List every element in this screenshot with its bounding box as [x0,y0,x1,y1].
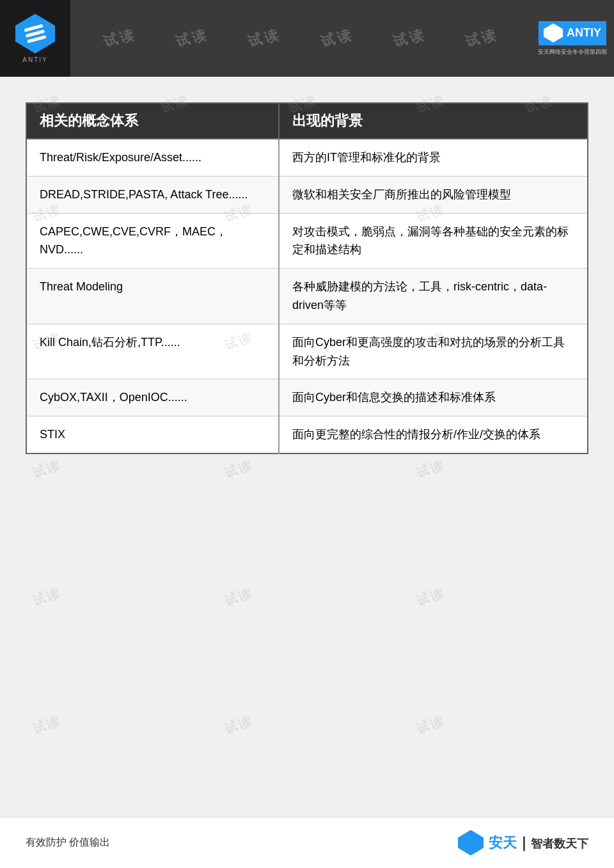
row2-col1: DREAD,STRIDE,PASTA, Attack Tree...... [26,176,279,213]
logo-diamond-icon [15,14,55,54]
row4-col2: 各种威胁建模的方法论，工具，risk-centric，data-driven等等 [279,269,588,324]
brand-diamond-icon [544,24,563,43]
concept-table: 相关的概念体系 出现的背景 Threat/Risk/Exposure/Asset… [26,102,588,454]
wm-14: 试读 [414,456,447,482]
wm-19: 试读 [222,712,255,738]
row6-col1: CybOX,TAXII，OpenIOC...... [26,379,279,416]
brand-name: ANTIY [567,26,601,40]
row7-col2: 面向更完整的综合性的情报分析/作业/交换的体系 [279,416,588,454]
footer-brand: 安天｜智者数天下 [458,830,588,856]
col2-header: 出现的背景 [279,103,588,139]
wm-20: 试读 [414,712,447,738]
footer: 有效防护 价值输出 安天｜智者数天下 [0,817,614,868]
row6-col2: 面向Cyber和信息交换的描述和标准体系 [279,379,588,416]
table-row: DREAD,STRIDE,PASTA, Attack Tree...... 微软… [26,176,588,213]
wm-16: 试读 [222,584,255,610]
table-row: Threat/Risk/Exposure/Asset...... 西方的IT管理… [26,139,588,176]
header-watermark-6: 试读 [463,25,500,52]
footer-brand-icon [458,830,484,856]
main-content: 试读 试读 试读 试读 试读 试读 试读 试读 试读 试读 试读 试读 试读 试… [0,77,614,473]
logo-stripes [24,24,47,43]
logo-text: ANTIY [22,56,47,63]
table-row: STIX 面向更完整的综合性的情报分析/作业/交换的体系 [26,416,588,454]
row7-col1: STIX [26,416,279,454]
row1-col1: Threat/Risk/Exposure/Asset...... [26,139,279,176]
footer-brand-name: 安天｜智者数天下 [489,833,588,853]
wm-12: 试读 [30,456,63,482]
header: ANTIY 试读 试读 试读 试读 试读 试读 ANTIY 安天网络安全冬令营第… [0,0,614,77]
brand-subtitle: 安天网络安全冬令营第四期 [538,48,607,56]
row3-col1: CAPEC,CWE,CVE,CVRF，MAEC，NVD...... [26,213,279,269]
footer-slogan: 有效防护 价值输出 [26,836,110,849]
header-watermark-5: 试读 [391,25,428,52]
row5-col1: Kill Chain,钻石分析,TTP...... [26,324,279,379]
table-row: Threat Modeling 各种威胁建模的方法论，工具，risk-centr… [26,269,588,324]
brand-logo-box: ANTIY [539,21,606,45]
col1-header: 相关的概念体系 [26,103,279,139]
row1-col2: 西方的IT管理和标准化的背景 [279,139,588,176]
footer-brand-text2: 智者数天下 [531,837,588,850]
wm-18: 试读 [30,712,63,738]
footer-brand-text1: 安天 [489,835,517,851]
header-watermark-4: 试读 [319,25,356,52]
wm-13: 试读 [222,456,255,482]
row2-col2: 微软和相关安全厂商所推出的风险管理模型 [279,176,588,213]
table-row: CybOX,TAXII，OpenIOC...... 面向Cyber和信息交换的描… [26,379,588,416]
row5-col2: 面向Cyber和更高强度的攻击和对抗的场景的分析工具和分析方法 [279,324,588,379]
header-watermark-1: 试读 [101,25,138,52]
wm-17: 试读 [414,584,447,610]
wm-15: 试读 [30,584,63,610]
table-row: CAPEC,CWE,CVE,CVRF，MAEC，NVD...... 对攻击模式，… [26,213,588,269]
header-watermarks: 试读 试读 试读 试读 试读 试读 [70,29,531,48]
table-row: Kill Chain,钻石分析,TTP...... 面向Cyber和更高强度的攻… [26,324,588,379]
row3-col2: 对攻击模式，脆弱点，漏洞等各种基础的安全元素的标定和描述结构 [279,213,588,269]
header-brand: ANTIY 安天网络安全冬令营第四期 [531,0,614,77]
header-watermark-3: 试读 [246,25,283,52]
header-watermark-2: 试读 [173,25,210,52]
header-logo: ANTIY [0,0,70,77]
row4-col1: Threat Modeling [26,269,279,324]
